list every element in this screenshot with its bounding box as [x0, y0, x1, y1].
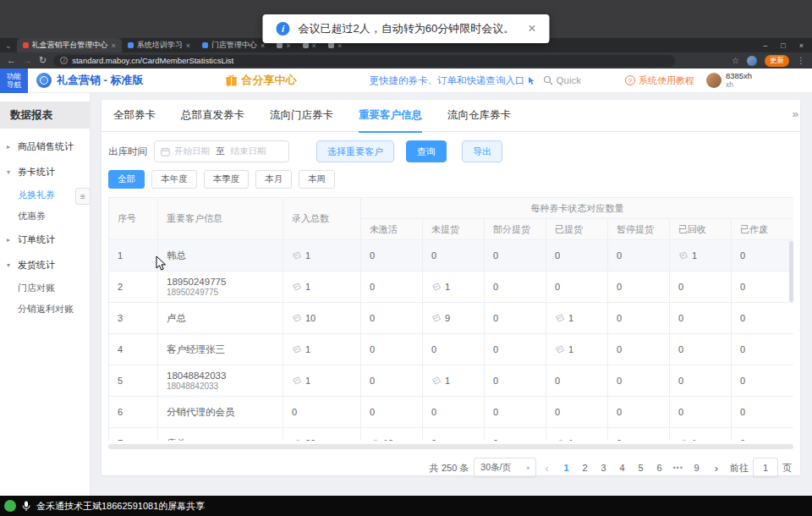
next-page-icon[interactable]: ›	[711, 462, 721, 475]
col-header-status-group: 每种券卡状态对应数量	[361, 198, 794, 219]
browser-update-button[interactable]: 更新	[765, 55, 789, 67]
panel-expand-icon[interactable]: »	[793, 107, 797, 120]
export-button[interactable]: 导出	[462, 140, 502, 162]
col-header-已回收: 已回收	[670, 219, 732, 240]
customer-name: 18048842033	[167, 371, 283, 381]
pagination-total: 共 250 条	[430, 462, 469, 475]
select-customer-button[interactable]: 选择重要客户	[316, 140, 394, 162]
minimize-icon[interactable]: –	[763, 41, 767, 50]
user-menu[interactable]: 8385xh xh	[706, 72, 752, 90]
url-box[interactable]: i standard.maboy.cn/CardMemberStatistics…	[53, 55, 675, 67]
brand-logo	[36, 73, 52, 88]
cell-status-暂停提货: 0	[608, 334, 670, 365]
cell-status-未激活: 0	[361, 303, 423, 334]
quick-filter-本年度[interactable]: 本年度	[151, 170, 197, 189]
sidebar-group-券卡统计[interactable]: ▾券卡统计	[0, 159, 90, 184]
card-icon	[292, 251, 302, 260]
page-number-9[interactable]: 9	[688, 458, 706, 477]
more-pages-icon[interactable]: •••	[669, 458, 688, 477]
reload-icon[interactable]: ↻	[39, 56, 47, 65]
sidebar-item-门店对账[interactable]: 门店对账	[0, 277, 90, 299]
sidebar-item-优惠券[interactable]: 优惠券	[0, 206, 90, 227]
page-number-3[interactable]: 3	[595, 458, 613, 477]
page-number-2[interactable]: 2	[576, 458, 595, 477]
quick-filter-本周[interactable]: 本周	[299, 170, 335, 189]
browser-tab-label: 礼盒营销平台管理中心	[32, 40, 108, 51]
card-icon	[431, 283, 442, 291]
sidebar: 数据报表 ▸商品销售统计▾券卡统计兑换礼券优惠券▸订单统计▾发货统计门店对账分销…	[0, 93, 91, 496]
cell-index: 6	[109, 397, 158, 428]
window-close-icon[interactable]: ×	[799, 41, 804, 50]
count-value: 20	[305, 438, 315, 442]
page-number-4[interactable]: 4	[613, 458, 632, 477]
goto-page-input[interactable]: 1	[753, 458, 778, 478]
tab-总部直发券卡[interactable]: 总部直发券卡	[181, 100, 244, 132]
quick-filter-全部[interactable]: 全部	[108, 170, 145, 189]
date-range-picker[interactable]: 开始日期 至 结束日期	[154, 140, 289, 162]
calendar-icon	[161, 147, 170, 156]
cell-customer: 1895024977518950249775	[158, 272, 283, 303]
page-number-1[interactable]: 1	[557, 458, 576, 477]
browser-tab-label: 系统培训学习	[137, 40, 183, 51]
tab-close-icon[interactable]: ×	[186, 41, 190, 50]
sidebar-group-订单统计[interactable]: ▸订单统计	[0, 227, 90, 252]
tab-流向仓库券卡[interactable]: 流向仓库券卡	[447, 100, 511, 132]
site-info-icon[interactable]: i	[60, 57, 68, 64]
sidebar-item-分销返利对账[interactable]: 分销返利对账	[0, 299, 90, 320]
forward-icon[interactable]: →	[23, 56, 32, 65]
card-icon	[431, 314, 442, 322]
tab-close-icon[interactable]: ×	[112, 41, 116, 50]
quick-filter-本季度[interactable]: 本季度	[204, 170, 250, 189]
tab-search-icon[interactable]: ⌄	[0, 41, 17, 50]
browser-profile-avatar[interactable]	[747, 56, 757, 66]
browser-tab[interactable]: 门店管理中心×	[196, 38, 271, 52]
cell-status-已作废: 0	[732, 272, 794, 303]
cell-status-未提货: 1	[423, 365, 485, 397]
quick-entry-hint[interactable]: 更快捷的券卡、订单和快递查询入口	[370, 74, 525, 87]
tab-重要客户信息[interactable]: 重要客户信息	[359, 100, 422, 132]
count-value: 1	[692, 438, 697, 442]
tutorial-link[interactable]: ? 系统使用教程	[625, 74, 694, 87]
table-row: 4客户经理张三10001000	[109, 334, 794, 365]
count-value: 1	[568, 438, 573, 442]
cell-status-暂停提货: 0	[608, 240, 670, 272]
cell-customer: 唐总	[158, 428, 283, 442]
vertical-scrollbar[interactable]	[789, 241, 793, 302]
customer-name: 韩总	[167, 250, 283, 262]
customer-name: 客户经理张三	[167, 343, 283, 356]
page-number-6[interactable]: 6	[650, 458, 669, 477]
page-size-select[interactable]: 30条/页 ▾	[474, 458, 536, 478]
table-row: 2189502497751895024977510100000	[109, 272, 794, 303]
share-center-link[interactable]: 合分享中心	[225, 73, 297, 88]
maximize-icon[interactable]: □	[781, 41, 785, 50]
browser-tab[interactable]: 礼盒营销平台管理中心×	[17, 38, 122, 52]
prev-page-icon[interactable]: ‹	[541, 462, 551, 475]
browser-tab[interactable]: 系统培训学习×	[122, 38, 196, 52]
sidebar-group-商品销售统计[interactable]: ▸商品销售统计	[0, 134, 90, 159]
cell-status-已作废: 0	[732, 334, 794, 365]
customer-name: 18950249775	[167, 277, 283, 287]
count-value: 1	[568, 313, 573, 323]
tab-流向门店券卡[interactable]: 流向门店券卡	[270, 100, 333, 132]
hand-pointer-icon	[528, 76, 536, 85]
sidebar-collapse-handle[interactable]: ≡	[75, 188, 91, 205]
start-date-placeholder: 开始日期	[174, 145, 210, 157]
search-button[interactable]: 查询	[406, 140, 447, 162]
back-icon[interactable]: ←	[7, 56, 16, 65]
close-icon[interactable]: ×	[528, 21, 535, 36]
bookmark-star-icon[interactable]: ☆	[732, 56, 739, 65]
page-number-5[interactable]: 5	[632, 458, 650, 477]
col-header-未提货: 未提货	[423, 219, 485, 240]
cell-status-已回收: 1	[670, 428, 732, 442]
quick-search[interactable]: Quick	[543, 75, 581, 85]
cell-status-已作废: 0	[732, 365, 794, 397]
sidebar-group-label: 券卡统计	[18, 166, 55, 178]
function-nav-button[interactable]: 功能 导航	[0, 69, 28, 93]
tab-全部券卡[interactable]: 全部券卡	[113, 100, 156, 132]
quick-filter-本月[interactable]: 本月	[255, 170, 292, 189]
cell-status-已提货: 0	[546, 240, 608, 272]
sidebar-group-发货统计[interactable]: ▾发货统计	[0, 252, 90, 277]
cell-status-已回收: 0	[670, 334, 732, 365]
cell-status-暂停提货: 0	[608, 365, 670, 397]
browser-menu-icon[interactable]: ⋮	[797, 56, 805, 65]
